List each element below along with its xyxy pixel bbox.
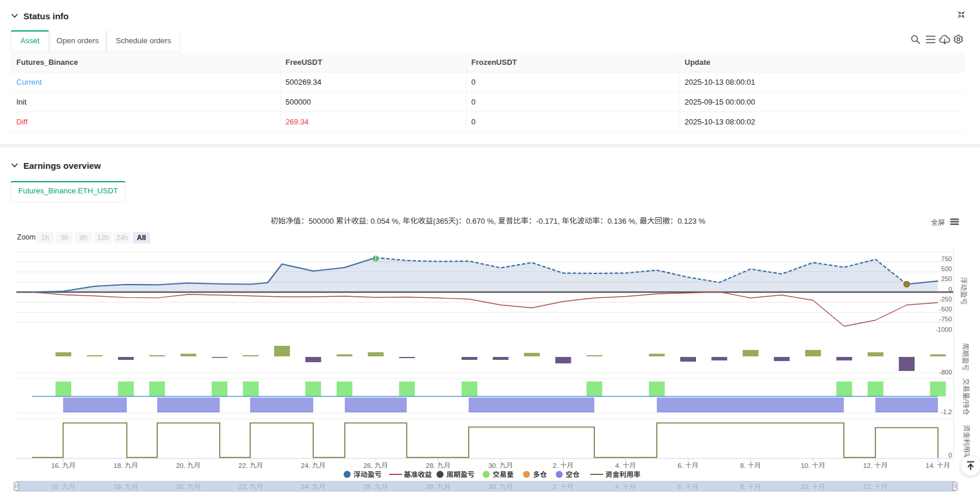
- svg-text:750: 750: [941, 255, 952, 262]
- svg-text:0: 0: [948, 452, 952, 459]
- svg-text:8.: 8.: [740, 462, 746, 469]
- svg-text:-1.2: -1.2: [941, 408, 952, 415]
- svg-text:0.123 %: 0.123 %: [677, 217, 705, 226]
- svg-text:20.: 20.: [176, 462, 185, 469]
- svg-text:2.: 2.: [553, 483, 559, 490]
- svg-text:: 0.054 %,: : 0.054 %,: [366, 217, 401, 226]
- svg-text:28.: 28.: [426, 483, 435, 490]
- svg-text:): ): [456, 217, 458, 226]
- svg-text:16.: 16.: [51, 483, 60, 490]
- svg-text:2.: 2.: [553, 462, 559, 469]
- svg-text:-250: -250: [939, 296, 952, 303]
- svg-text:0: 0: [948, 286, 952, 293]
- svg-text:28.: 28.: [426, 462, 435, 469]
- svg-text:12.: 12.: [863, 462, 872, 469]
- svg-text:30.: 30.: [489, 462, 498, 469]
- svg-text:24.: 24.: [301, 483, 310, 490]
- svg-text:-750: -750: [939, 315, 952, 322]
- svg-text:-800: -800: [939, 369, 952, 376]
- svg-text:-500: -500: [939, 306, 952, 313]
- svg-text:8.: 8.: [740, 483, 746, 490]
- svg-text:12.: 12.: [863, 483, 872, 490]
- svg-text:500: 500: [941, 265, 952, 272]
- svg-text:500000: 500000: [309, 217, 334, 226]
- svg-text:26.: 26.: [363, 462, 373, 469]
- svg-text:/: /: [962, 399, 970, 401]
- svg-text:18.: 18.: [113, 462, 123, 469]
- svg-text:24.: 24.: [301, 462, 310, 469]
- svg-text:6.: 6.: [678, 462, 684, 469]
- svg-text:22.: 22.: [238, 462, 248, 469]
- svg-text:10.: 10.: [801, 462, 810, 469]
- svg-text:0.670 %,: 0.670 %,: [466, 217, 496, 226]
- svg-text:26.: 26.: [363, 483, 373, 490]
- svg-text:20.: 20.: [176, 483, 185, 490]
- svg-text:22.: 22.: [238, 483, 248, 490]
- svg-text:4.: 4.: [615, 483, 621, 490]
- svg-text:(365: (365: [433, 217, 448, 226]
- svg-text:30.: 30.: [489, 483, 498, 490]
- svg-text:6.: 6.: [678, 483, 684, 490]
- svg-text:16.: 16.: [51, 462, 60, 469]
- svg-text:14.: 14.: [926, 462, 935, 469]
- svg-text:18.: 18.: [113, 483, 123, 490]
- svg-text:10.: 10.: [801, 483, 810, 490]
- svg-text:250: 250: [941, 275, 952, 282]
- svg-text:-0.171,: -0.171,: [536, 217, 559, 226]
- svg-text:0.136 %,: 0.136 %,: [607, 217, 637, 226]
- svg-text:-1000: -1000: [936, 326, 952, 333]
- svg-text:4.: 4.: [615, 462, 621, 469]
